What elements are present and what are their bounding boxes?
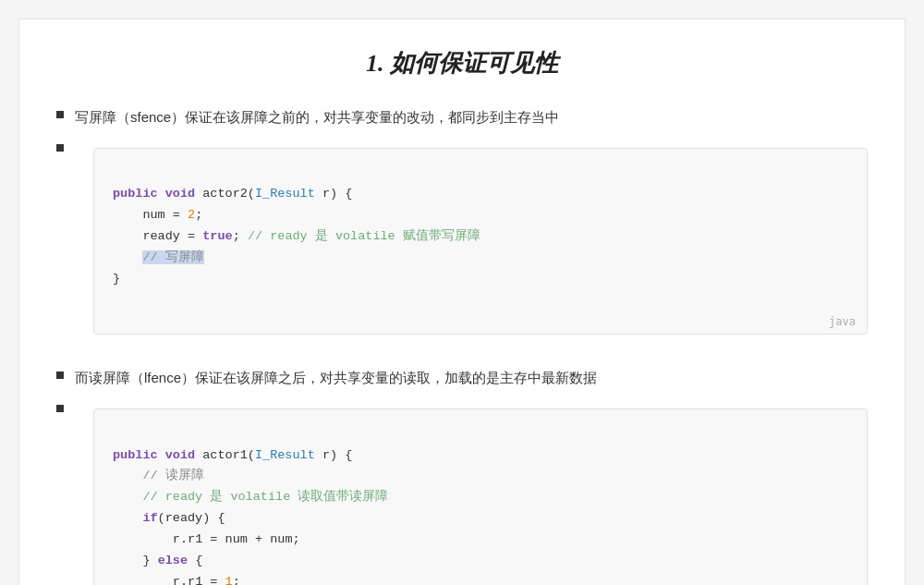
kw-if: if <box>142 511 157 525</box>
var-r-r1-2: r <box>173 575 180 585</box>
paren-close-3: ) <box>202 511 210 525</box>
semi-1: ; <box>195 208 202 222</box>
var-r1-1: r1 <box>188 532 202 546</box>
num-2: 2 <box>188 208 195 222</box>
paren-close-2: ) <box>330 448 337 462</box>
brace-open-else: { <box>195 554 202 567</box>
brace-close-1: } <box>113 272 120 286</box>
comment-volatile-write: // ready 是 volatile 赋值带写屏障 <box>248 229 480 243</box>
bullet-read-barrier: 而读屏障（lfence）保证在该屏障之后，对共享变量的读取，加载的是主存中最新数… <box>56 366 868 390</box>
eq-3: = <box>210 532 217 546</box>
dot-1: . <box>180 532 188 546</box>
num-1: 1 <box>225 575 233 585</box>
bullet-icon-code-2 <box>56 405 64 412</box>
paren-open-2: ( <box>248 448 255 462</box>
kw-public-2: public <box>113 448 158 462</box>
brace-open-3: { <box>217 511 225 525</box>
code-content-1: public void actor2(I_Result r) { num = 2… <box>113 164 848 312</box>
bullet-write-barrier: 写屏障（sfence）保证在该屏障之前的，对共享变量的改动，都同步到主存当中 <box>56 105 868 129</box>
page-title: 1. 如何保证可见性 <box>56 47 868 79</box>
type-iresult-1: I_Result <box>255 187 315 201</box>
kw-void-1: void <box>165 187 195 201</box>
code-content-2: public void actor1(I_Result r) { // 读屏障 … <box>113 424 848 585</box>
kw-else: else <box>158 554 188 567</box>
section-read-barrier: 而读屏障（lfence）保证在该屏障之后，对共享变量的读取，加载的是主存中最新数… <box>56 366 868 585</box>
kw-void-2: void <box>165 448 195 462</box>
paren-open-3: ( <box>158 511 165 525</box>
code-block-row-1: public void actor2(I_Result r) { num = 2… <box>56 139 868 352</box>
eq-4: = <box>210 575 217 585</box>
bullet-text-1: 写屏障（sfence）保证在该屏障之前的，对共享变量的改动，都同步到主存当中 <box>75 105 559 129</box>
code-block-2: public void actor1(I_Result r) { // 读屏障 … <box>93 408 868 585</box>
page-container: 1. 如何保证可见性 写屏障（sfence）保证在该屏障之前的，对共享变量的改动… <box>18 18 906 585</box>
method-actor2: actor2 <box>202 187 248 201</box>
var-ready-2: ready <box>165 511 203 525</box>
semi-2: ; <box>233 229 240 243</box>
bullet-icon-2 <box>56 372 64 379</box>
eq-1: = <box>173 208 180 222</box>
eq-2: = <box>188 229 195 243</box>
var-num-3: num <box>270 532 292 546</box>
var-num-2: num <box>225 532 248 546</box>
var-r1-2: r1 <box>188 575 202 585</box>
comment-volatile-read: // ready 是 volatile 读取值带读屏障 <box>142 490 388 504</box>
code-lang-1: java <box>829 315 856 328</box>
semi-4: ; <box>233 575 240 585</box>
bullet-icon-1 <box>56 111 64 118</box>
var-num-1: num <box>142 208 164 222</box>
paren-open-1: ( <box>248 187 255 201</box>
plus: + <box>255 532 262 546</box>
method-actor1: actor1 <box>202 448 248 462</box>
brace-close-if: } <box>142 554 150 567</box>
code-block-1: public void actor2(I_Result r) { num = 2… <box>93 148 868 335</box>
dot-2: . <box>180 575 188 585</box>
kw-public-1: public <box>113 187 158 201</box>
comment-read-barrier: // 读屏障 <box>142 469 203 482</box>
param-r-2: r <box>322 448 330 462</box>
comment-write-barrier: // 写屏障 <box>142 250 203 264</box>
code-block-row-2: public void actor1(I_Result r) { // 读屏障 … <box>56 399 868 585</box>
bullet-icon-code-1 <box>56 144 64 152</box>
semi-3: ; <box>293 532 300 546</box>
paren-close-1: ) <box>330 187 337 201</box>
highlight-write-fence: // 写屏障 <box>142 250 203 264</box>
brace-open-2: { <box>345 448 352 462</box>
var-ready-1: ready <box>142 229 180 243</box>
param-r-1: r <box>322 187 330 201</box>
brace-open-1: { <box>345 187 352 201</box>
var-r-r1-1: r <box>173 532 180 546</box>
bullet-text-2: 而读屏障（lfence）保证在该屏障之后，对共享变量的读取，加载的是主存中最新数… <box>75 366 597 390</box>
type-iresult-2: I_Result <box>255 448 315 462</box>
section-write-barrier: 写屏障（sfence）保证在该屏障之前的，对共享变量的改动，都同步到主存当中 p… <box>56 105 868 351</box>
bool-true: true <box>202 229 232 243</box>
